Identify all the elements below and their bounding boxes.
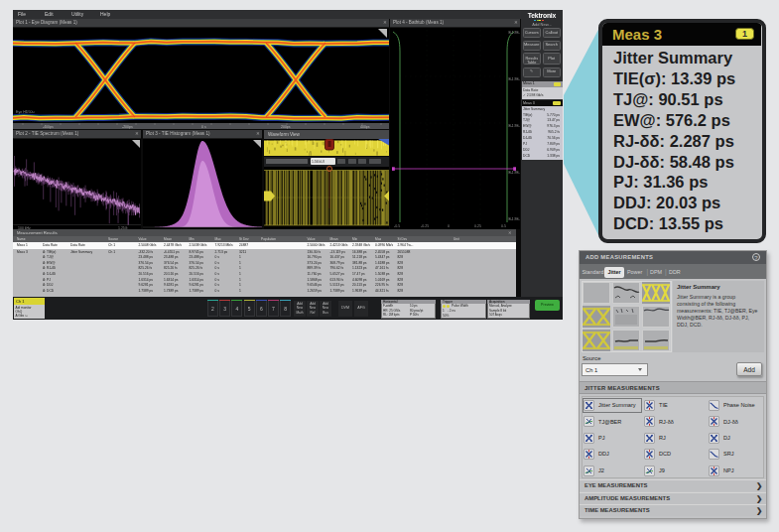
svg-text:-400ps: -400ps xyxy=(43,125,54,129)
svg-text:B-1.9E-3: B-1.9E-3 xyxy=(509,77,521,81)
svg-text:-200ps: -200ps xyxy=(122,125,133,129)
svg-text:400ps: 400ps xyxy=(360,125,370,129)
svg-text:B-1.9E-7: B-1.9E-7 xyxy=(509,171,521,175)
svg-text:B-1.9E-9: B-1.9E-9 xyxy=(509,217,521,221)
svg-text:B-1.9E-5: B-1.9E-5 xyxy=(509,124,521,128)
svg-text:200ps: 200ps xyxy=(281,125,291,129)
svg-text:-0.25: -0.25 xyxy=(421,224,429,228)
svg-text:0 s: 0 s xyxy=(201,125,206,129)
svg-text:0.5: 0.5 xyxy=(501,224,506,228)
svg-text:-0.5: -0.5 xyxy=(394,224,400,228)
svg-text:Eye HD50u: Eye HD50u xyxy=(16,110,34,114)
svg-text:0.25: 0.25 xyxy=(474,224,481,228)
svg-text:B-1.9E-1: B-1.9E-1 xyxy=(509,31,521,35)
svg-text:0: 0 xyxy=(448,224,450,228)
